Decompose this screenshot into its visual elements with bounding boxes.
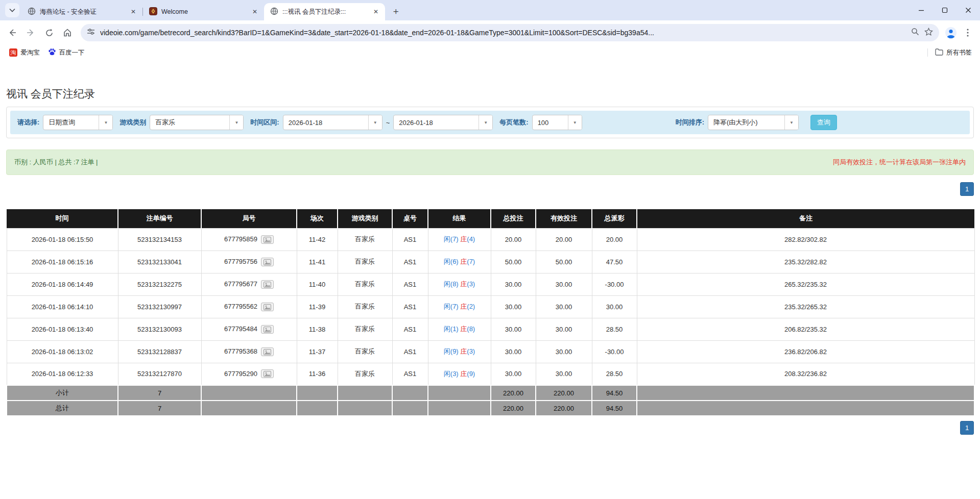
table-row: 2026-01-18 06:15:16523132133041677795756… bbox=[7, 251, 974, 273]
cell-total-bet[interactable]: 30.00 bbox=[491, 273, 536, 295]
sort-select[interactable]: 降幂(由大到小) ▼ bbox=[708, 115, 799, 130]
url-text[interactable]: videoie.com/game/betrecord_search/kind3?… bbox=[100, 29, 906, 37]
zoom-icon[interactable] bbox=[911, 28, 919, 38]
round-number: 677795677 bbox=[224, 281, 257, 288]
column-header: 场次 bbox=[297, 209, 338, 228]
cell-total-bet[interactable]: 20.00 bbox=[491, 228, 536, 251]
close-window-icon[interactable] bbox=[957, 0, 980, 20]
cell-payout: -30.00 bbox=[592, 273, 637, 295]
forward-icon[interactable] bbox=[22, 24, 39, 41]
summary-cell: 94.50 bbox=[592, 401, 637, 416]
table-row: 2026-01-18 06:13:40523132130093677795484… bbox=[7, 318, 974, 340]
pagination-top: 1 bbox=[6, 182, 974, 196]
window-controls bbox=[910, 0, 980, 20]
pagesize-label: 每页笔数: bbox=[499, 118, 528, 127]
round-replay-icon[interactable] bbox=[261, 258, 274, 266]
cell-result: 闲(3) 庄(9) bbox=[428, 363, 491, 385]
cell-game: 百家乐 bbox=[338, 295, 392, 318]
round-replay-icon[interactable] bbox=[261, 280, 274, 289]
taobao-icon: 淘 bbox=[9, 48, 17, 57]
table-row: 2026-01-18 06:14:49523132132275677795677… bbox=[7, 273, 974, 295]
cell-total-bet[interactable]: 30.00 bbox=[491, 295, 536, 318]
cell-result: 闲(9) 庄(3) bbox=[428, 340, 491, 363]
bookmark-baidu[interactable]: 百度一下 bbox=[44, 46, 89, 59]
cell-session: 11-40 bbox=[297, 273, 338, 295]
player-result: (3) bbox=[467, 347, 475, 355]
filter-bar: 请选择: 日期查询 ▼ 游戏类别 百家乐 ▼ 时间区间: 2026-01-18 … bbox=[10, 111, 970, 134]
minimize-icon[interactable] bbox=[910, 0, 933, 20]
round-replay-icon[interactable] bbox=[261, 235, 274, 244]
summary-cell: 94.50 bbox=[592, 385, 637, 401]
search-button[interactable]: 查询 bbox=[810, 115, 837, 130]
bookmark-star-icon[interactable] bbox=[924, 28, 933, 38]
baidu-icon bbox=[48, 48, 56, 58]
brand-favicon-icon bbox=[149, 7, 157, 17]
site-settings-tune-icon[interactable] bbox=[87, 28, 95, 38]
all-bookmarks-button[interactable]: 所有书签 bbox=[932, 47, 975, 59]
cell-bet-id: 523132132275 bbox=[118, 273, 201, 295]
chevron-down-icon[interactable]: ▼ bbox=[479, 115, 492, 130]
chevron-down-icon[interactable]: ▼ bbox=[568, 115, 582, 130]
maximize-icon[interactable] bbox=[933, 0, 957, 20]
summary-cell bbox=[637, 401, 974, 416]
cell-total-bet[interactable]: 30.00 bbox=[491, 318, 536, 340]
cell-payout: 47.50 bbox=[592, 251, 637, 273]
cell-session: 11-38 bbox=[297, 318, 338, 340]
column-header: 注单编号 bbox=[118, 209, 201, 228]
cell-game: 百家乐 bbox=[338, 318, 392, 340]
player-result: 闲(7) bbox=[444, 303, 461, 310]
page-1-button[interactable]: 1 bbox=[960, 182, 974, 196]
cell-table-no: AS1 bbox=[392, 273, 428, 295]
cell-note: 206.82/235.32 bbox=[637, 318, 974, 340]
page-1-button[interactable]: 1 bbox=[960, 421, 974, 435]
cell-bet-id: 523132130997 bbox=[118, 295, 201, 318]
tab-welcome[interactable]: Welcome ✕ bbox=[143, 3, 264, 20]
back-icon[interactable] bbox=[4, 24, 20, 41]
home-icon[interactable] bbox=[59, 24, 76, 41]
address-bar[interactable]: videoie.com/game/betrecord_search/kind3?… bbox=[81, 24, 939, 41]
browser-menu-kebab-icon[interactable] bbox=[960, 24, 976, 41]
cell-total-bet[interactable]: 30.00 bbox=[491, 363, 536, 385]
chevron-down-icon[interactable]: ▼ bbox=[368, 115, 382, 130]
cell-result: 闲(6) 庄(7) bbox=[428, 251, 491, 273]
chevron-down-icon[interactable]: ▼ bbox=[229, 115, 243, 130]
tab-close-icon[interactable]: ✕ bbox=[372, 8, 380, 16]
cell-bet-id: 523132127870 bbox=[118, 363, 201, 385]
banker-result: 庄 bbox=[460, 235, 467, 243]
cell-round: 677795290 bbox=[201, 363, 297, 385]
new-tab-icon[interactable]: ＋ bbox=[389, 5, 402, 18]
date-end-select[interactable]: 2026-01-18 ▼ bbox=[393, 115, 493, 130]
cell-session: 11-39 bbox=[297, 295, 338, 318]
cell-valid-bet: 30.00 bbox=[536, 363, 592, 385]
tab-haiyan-forum[interactable]: 海燕论坛 - 安全验证 ✕ bbox=[21, 3, 142, 20]
game-select[interactable]: 百家乐 ▼ bbox=[150, 115, 244, 130]
cell-time: 2026-01-18 06:14:10 bbox=[7, 295, 118, 318]
tab-close-icon[interactable]: ✕ bbox=[251, 8, 259, 16]
banker-result: 庄 bbox=[460, 303, 467, 310]
cell-valid-bet: 30.00 bbox=[536, 295, 592, 318]
date-start-select[interactable]: 2026-01-18 ▼ bbox=[283, 115, 383, 130]
cell-payout: 28.50 bbox=[592, 363, 637, 385]
bookmark-aitaobao[interactable]: 淘 爱淘宝 bbox=[5, 47, 44, 59]
cell-result: 闲(7) 庄(2) bbox=[428, 295, 491, 318]
sort-label: 时间排序: bbox=[676, 118, 704, 127]
tab-close-icon[interactable]: ✕ bbox=[129, 8, 137, 16]
profile-avatar[interactable] bbox=[944, 26, 958, 39]
chevron-down-icon[interactable]: ▼ bbox=[99, 115, 112, 130]
cell-total-bet[interactable]: 30.00 bbox=[491, 340, 536, 363]
chevron-down-icon[interactable]: ▼ bbox=[784, 115, 798, 130]
column-header: 备注 bbox=[637, 209, 974, 228]
mode-select[interactable]: 日期查询 ▼ bbox=[43, 115, 113, 130]
tab-betrecord-active[interactable]: :::视讯 会员下注纪录::: ✕ bbox=[264, 3, 385, 20]
round-replay-icon[interactable] bbox=[261, 347, 274, 356]
round-replay-icon[interactable] bbox=[261, 325, 274, 334]
cell-total-bet[interactable]: 50.00 bbox=[491, 251, 536, 273]
round-replay-icon[interactable] bbox=[261, 303, 274, 311]
summary-cell bbox=[338, 385, 392, 401]
reload-icon[interactable] bbox=[41, 24, 57, 41]
cell-time: 2026-01-18 06:13:40 bbox=[7, 318, 118, 340]
tab-search-chevron-icon[interactable] bbox=[5, 3, 19, 17]
player-result: (3) bbox=[467, 280, 475, 288]
round-replay-icon[interactable] bbox=[261, 369, 274, 378]
pagesize-select[interactable]: 100 ▼ bbox=[532, 115, 582, 130]
